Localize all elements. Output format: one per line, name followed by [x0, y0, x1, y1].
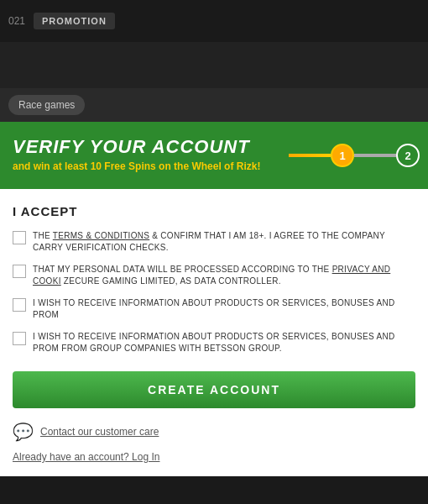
checkbox-4[interactable]: [13, 332, 26, 345]
checkbox-2[interactable]: [13, 265, 26, 278]
step-line: [289, 154, 331, 157]
verify-title-v: V: [13, 136, 26, 157]
step-2-circle: 2: [396, 144, 420, 167]
checkbox-item-1: THE TERMS & CONDITIONS & CONFIRM THAT I …: [13, 230, 415, 254]
checkbox-item-4: I WISH TO RECEIVE INFORMATION ABOUT PROD…: [13, 331, 415, 354]
privacy-link[interactable]: PRIVACY AND COOKI: [33, 265, 390, 286]
step-indicator: 1 2: [289, 144, 420, 167]
login-link-row: Already have an account? Log In: [13, 449, 415, 464]
checkbox-label-3: I WISH TO RECEIVE INFORMATION ABOUT PROD…: [33, 297, 415, 321]
chat-icon: 💬: [13, 422, 34, 442]
top-bar: 021 PROMOTION: [0, 0, 428, 42]
step-line-2: [354, 154, 396, 157]
checkbox-label-2: THAT MY PERSONAL DATA WILL BE PROCESSED …: [33, 264, 415, 287]
checkbox-group: THE TERMS & CONDITIONS & CONFIRM THAT I …: [13, 230, 415, 354]
login-link[interactable]: Already have an account? Log In: [13, 451, 159, 463]
checkbox-label-1: THE TERMS & CONDITIONS & CONFIRM THAT I …: [33, 230, 415, 254]
checkbox-item-2: THAT MY PERSONAL DATA WILL BE PROCESSED …: [13, 264, 415, 287]
promotion-badge: PROMOTION: [34, 13, 115, 29]
checkbox-3[interactable]: [13, 298, 26, 312]
checkbox-item-3: I WISH TO RECEIVE INFORMATION ABOUT PROD…: [13, 297, 415, 321]
customer-care-link[interactable]: Contact our customer care: [40, 426, 159, 438]
create-account-button[interactable]: CREATE ACCOUNT: [13, 371, 415, 408]
terms-link[interactable]: TERMS & CONDITIONS: [53, 231, 149, 240]
step-1-circle: 1: [331, 144, 354, 167]
top-bar-number: 021: [8, 15, 25, 27]
i-accept-title: I ACCEPT: [13, 204, 415, 218]
race-games-button[interactable]: Race games: [8, 95, 85, 115]
dark-banner: [0, 42, 428, 88]
race-games-bar: Race games: [0, 88, 428, 122]
form-area: I ACCEPT THE TERMS & CONDITIONS & CONFIR…: [0, 189, 428, 476]
checkbox-1[interactable]: [13, 231, 26, 244]
customer-care-row: 💬 Contact our customer care: [13, 422, 415, 442]
verify-header: VERIFY YOUR ACCOUNT and win at least 10 …: [0, 122, 428, 189]
checkbox-label-4: I WISH TO RECEIVE INFORMATION ABOUT PROD…: [33, 331, 415, 354]
